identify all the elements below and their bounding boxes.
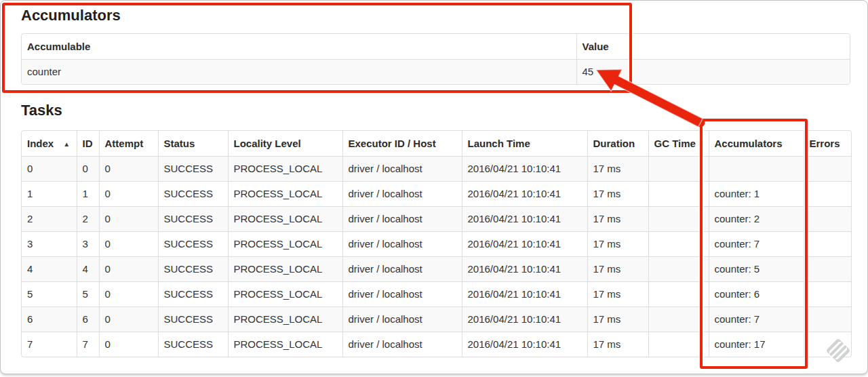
locality-level-cell: PROCESS_LOCAL xyxy=(228,156,342,181)
attempt-cell: 0 xyxy=(99,156,158,181)
attempt-cell: 0 xyxy=(99,181,158,206)
status-cell: SUCCESS xyxy=(158,332,228,357)
col-header-launch-time[interactable]: Launch Time xyxy=(462,131,587,156)
duration-cell: 17 ms xyxy=(587,181,648,206)
errors-cell xyxy=(804,231,851,256)
table-row: counter45 xyxy=(22,59,850,84)
executor-id-host-cell: driver / localhost xyxy=(342,281,462,306)
status-cell: SUCCESS xyxy=(158,256,228,281)
col-header-index-label: Index xyxy=(27,138,54,149)
errors-cell xyxy=(804,181,851,206)
duration-cell: 17 ms xyxy=(587,306,648,332)
col-header-duration[interactable]: Duration xyxy=(587,131,648,156)
gc-time-cell xyxy=(648,231,709,256)
accumulators-heading: Accumulators xyxy=(21,7,121,24)
locality-level-cell: PROCESS_LOCAL xyxy=(228,206,342,231)
locality-level-cell: PROCESS_LOCAL xyxy=(228,332,342,357)
index-cell: 2 xyxy=(22,206,77,231)
attempt-cell: 0 xyxy=(99,231,158,256)
col-header-executor-id-host[interactable]: Executor ID / Host xyxy=(342,131,462,156)
table-row: 440SUCCESSPROCESS_LOCALdriver / localhos… xyxy=(22,256,851,281)
executor-id-host-cell: driver / localhost xyxy=(342,306,462,332)
gc-time-cell xyxy=(648,281,709,306)
status-cell: SUCCESS xyxy=(158,181,228,206)
errors-cell xyxy=(804,281,851,306)
gc-time-cell xyxy=(648,156,709,181)
tasks-header-row: Index▲ ID Attempt Status Locality Level … xyxy=(22,131,851,156)
gc-time-cell xyxy=(648,332,709,357)
gc-time-cell xyxy=(648,306,709,332)
col-header-id[interactable]: ID xyxy=(77,131,99,156)
value-cell: 45 xyxy=(576,59,850,84)
attempt-cell: 0 xyxy=(99,206,158,231)
index-cell: 4 xyxy=(22,256,77,281)
col-header-status[interactable]: Status xyxy=(158,131,228,156)
accumulable-cell: counter xyxy=(22,59,576,84)
id-cell: 4 xyxy=(77,256,99,281)
executor-id-host-cell: driver / localhost xyxy=(342,156,462,181)
attempt-cell: 0 xyxy=(99,256,158,281)
index-cell: 6 xyxy=(22,306,77,332)
table-row: 330SUCCESSPROCESS_LOCALdriver / localhos… xyxy=(22,231,851,256)
accumulators-cell: counter: 6 xyxy=(709,281,804,306)
status-cell: SUCCESS xyxy=(158,231,228,256)
launch-time-cell: 2016/04/21 10:10:41 xyxy=(462,156,587,181)
attempt-cell: 0 xyxy=(99,332,158,357)
accumulators-cell xyxy=(709,156,804,181)
col-header-attempt[interactable]: Attempt xyxy=(99,131,158,156)
launch-time-cell: 2016/04/21 10:10:41 xyxy=(462,181,587,206)
col-header-index[interactable]: Index▲ xyxy=(22,131,77,156)
launch-time-cell: 2016/04/21 10:10:41 xyxy=(462,306,587,332)
id-cell: 2 xyxy=(77,206,99,231)
launch-time-cell: 2016/04/21 10:10:41 xyxy=(462,281,587,306)
index-cell: 0 xyxy=(22,156,77,181)
col-header-accumulators[interactable]: Accumulators xyxy=(709,131,804,156)
executor-id-host-cell: driver / localhost xyxy=(342,332,462,357)
launch-time-cell: 2016/04/21 10:10:41 xyxy=(462,231,587,256)
duration-cell: 17 ms xyxy=(587,281,648,306)
launch-time-cell: 2016/04/21 10:10:41 xyxy=(462,256,587,281)
gc-time-cell xyxy=(648,256,709,281)
col-header-errors[interactable]: Errors xyxy=(804,131,851,156)
attempt-cell: 0 xyxy=(99,281,158,306)
locality-level-cell: PROCESS_LOCAL xyxy=(228,231,342,256)
errors-cell xyxy=(804,156,851,181)
status-cell: SUCCESS xyxy=(158,281,228,306)
errors-cell xyxy=(804,332,851,357)
id-cell: 1 xyxy=(77,181,99,206)
status-cell: SUCCESS xyxy=(158,156,228,181)
executor-id-host-cell: driver / localhost xyxy=(342,231,462,256)
index-cell: 1 xyxy=(22,181,77,206)
index-cell: 5 xyxy=(22,281,77,306)
errors-cell xyxy=(804,256,851,281)
table-row: 770SUCCESSPROCESS_LOCALdriver / localhos… xyxy=(22,332,851,357)
col-header-gc-time[interactable]: GC Time xyxy=(648,131,709,156)
attempt-cell: 0 xyxy=(99,306,158,332)
sort-ascending-icon: ▲ xyxy=(63,140,70,148)
errors-cell xyxy=(804,206,851,231)
col-header-value: Value xyxy=(576,34,850,59)
table-row: 550SUCCESSPROCESS_LOCALdriver / localhos… xyxy=(22,281,851,306)
locality-level-cell: PROCESS_LOCAL xyxy=(228,181,342,206)
tasks-table: Index▲ ID Attempt Status Locality Level … xyxy=(21,130,852,357)
duration-cell: 17 ms xyxy=(587,231,648,256)
index-cell: 3 xyxy=(22,231,77,256)
index-cell: 7 xyxy=(22,332,77,357)
id-cell: 3 xyxy=(77,231,99,256)
table-row: 220SUCCESSPROCESS_LOCALdriver / localhos… xyxy=(22,206,851,231)
gc-time-cell xyxy=(648,181,709,206)
table-row: 000SUCCESSPROCESS_LOCALdriver / localhos… xyxy=(22,156,851,181)
accumulators-cell: counter: 2 xyxy=(709,206,804,231)
accumulators-table: Accumulable Value counter45 xyxy=(21,33,850,85)
table-row: 110SUCCESSPROCESS_LOCALdriver / localhos… xyxy=(22,181,851,206)
status-cell: SUCCESS xyxy=(158,206,228,231)
errors-cell xyxy=(804,306,851,332)
accumulators-cell: counter: 17 xyxy=(709,332,804,357)
executor-id-host-cell: driver / localhost xyxy=(342,181,462,206)
launch-time-cell: 2016/04/21 10:10:41 xyxy=(462,206,587,231)
executor-id-host-cell: driver / localhost xyxy=(342,256,462,281)
gc-time-cell xyxy=(648,206,709,231)
col-header-accumulable: Accumulable xyxy=(22,34,576,59)
col-header-locality-level[interactable]: Locality Level xyxy=(228,131,342,156)
executor-id-host-cell: driver / localhost xyxy=(342,206,462,231)
